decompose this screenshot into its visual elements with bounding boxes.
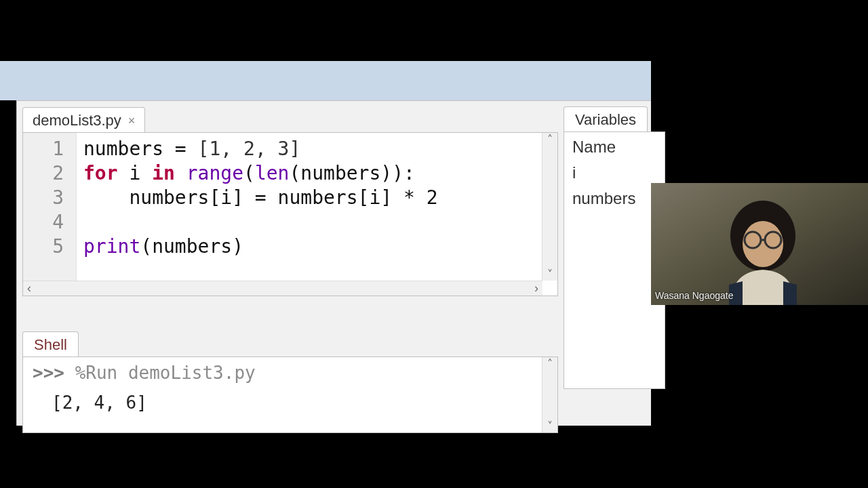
chevron-left-icon[interactable]: ‹ (27, 281, 31, 296)
shell-tab-label: Shell (34, 336, 67, 353)
shell-prompt: >>> (33, 363, 64, 383)
variables-tab-label: Variables (575, 111, 636, 128)
close-icon[interactable]: × (128, 115, 136, 127)
variable-row[interactable]: numbers (572, 189, 656, 208)
webcam-name-label: Wasana Ngaogate (655, 290, 733, 301)
shell-output: [2, 4, 6] (33, 392, 548, 413)
variables-panel: Variables Name i numbers (564, 106, 665, 389)
shell-tab[interactable]: Shell (22, 331, 79, 357)
editor-vertical-scrollbar[interactable]: ˄ ˅ (542, 133, 557, 281)
ide-toolbar-background (0, 61, 651, 100)
ide-window: demoList3.py × 1 2 3 4 5 numbers = [1, 2… (16, 100, 651, 426)
variables-table[interactable]: Name i numbers (564, 131, 665, 389)
line-number: 3 (23, 186, 76, 210)
svg-point-2 (743, 221, 783, 267)
chevron-up-icon[interactable]: ˄ (547, 357, 553, 370)
line-number: 4 (23, 210, 76, 235)
chevron-down-icon[interactable]: ˅ (547, 268, 553, 281)
variables-tab[interactable]: Variables (564, 106, 648, 131)
shell-run-command: %Run demoList3.py (75, 363, 256, 383)
person-icon (651, 183, 868, 305)
code-area[interactable]: numbers = [1, 2, 3] for i in range(len(n… (77, 133, 557, 296)
shell-vertical-scrollbar[interactable]: ˄ ˅ (542, 357, 557, 432)
variables-header-name: Name (572, 138, 656, 157)
line-number-gutter: 1 2 3 4 5 (23, 133, 77, 296)
shell-panel: Shell >>> %Run demoList3.py [2, 4, 6] ˄ … (22, 331, 558, 433)
line-number: 1 (23, 137, 76, 161)
chevron-down-icon[interactable]: ˅ (547, 420, 553, 432)
shell-line: >>> %Run demoList3.py (33, 363, 548, 383)
editor-panel: demoList3.py × 1 2 3 4 5 numbers = [1, 2… (22, 106, 558, 296)
chevron-up-icon[interactable]: ˄ (547, 133, 553, 146)
editor-tab-row: demoList3.py × (22, 106, 558, 132)
editor-tab[interactable]: demoList3.py × (22, 107, 145, 132)
line-number: 2 (23, 161, 76, 186)
ide-screen-area: demoList3.py × 1 2 3 4 5 numbers = [1, 2… (0, 0, 651, 488)
webcam-overlay: Wasana Ngaogate (651, 183, 868, 305)
editor-tab-filename: demoList3.py (33, 112, 121, 129)
code-editor[interactable]: 1 2 3 4 5 numbers = [1, 2, 3] for i in r… (22, 132, 558, 296)
shell-output-area[interactable]: >>> %Run demoList3.py [2, 4, 6] ˄ ˅ (22, 357, 558, 433)
editor-horizontal-scrollbar[interactable]: ‹ › (23, 281, 542, 296)
line-number: 5 (23, 235, 76, 259)
variable-row[interactable]: i (572, 163, 656, 182)
chevron-right-icon[interactable]: › (534, 281, 538, 296)
